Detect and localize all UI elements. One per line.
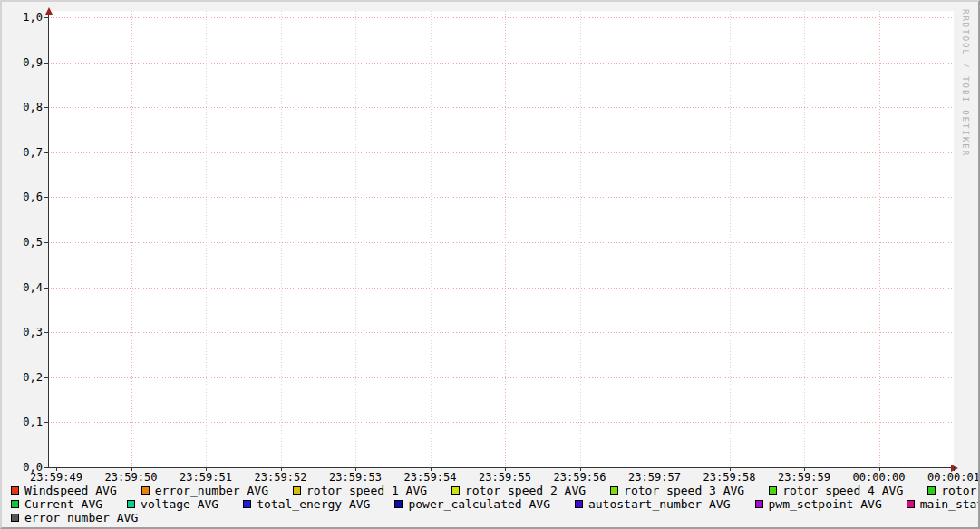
h-gridline [48,197,954,198]
v-gridline-minor [355,11,356,467]
legend-label: total_energy AVG [257,498,370,511]
legend-item: rotor speed 5 AVG [927,485,980,497]
legend-label: error_number AVG [24,512,138,524]
y-tick-label: 0,1 [2,416,43,427]
y-tick-label: 0,7 [2,147,43,158]
x-axis [44,467,952,468]
h-gridline [48,107,954,108]
legend-swatch-icon [127,500,135,508]
legend-swatch-icon [11,500,19,508]
x-tick-label: 23:59:50 [95,472,168,483]
legend-swatch-icon [755,500,763,508]
legend-item: rotor speed 2 AVG [451,485,586,497]
y-tick-label: 0,5 [2,237,43,248]
legend-item: autostart_number AVG [575,498,731,511]
x-tick-label: 23:59:49 [20,472,92,483]
y-tick [44,422,48,423]
y-tick [44,242,48,243]
h-gridline [48,152,954,153]
h-gridline [48,63,954,64]
h-gridline [48,377,954,378]
x-tick-label: 00:00:00 [843,472,916,483]
y-tick [44,17,48,18]
x-tick-label: 23:59:51 [170,472,242,483]
x-tick-label: 23:59:58 [694,472,766,483]
legend-label: rotor speed 1 AVG [306,485,427,497]
v-gridline-minor [730,11,731,467]
legend-label: error_number AVG [155,485,268,497]
legend-swatch-icon [907,500,915,508]
y-tick-label: 0,4 [2,282,43,293]
legend-row: Windspeed AVGerror_number AVGrotor speed… [11,484,975,497]
legend-swatch-icon [243,500,251,508]
y-tick-label: 1,0 [2,12,43,23]
y-tick [44,152,48,153]
y-tick [44,197,48,198]
y-tick-label: 0,2 [2,372,43,383]
legend-swatch-icon [575,500,583,508]
x-tick-label: 23:59:54 [394,472,467,483]
legend-item: rotor speed 1 AVG [293,485,427,497]
v-gridline-major [505,11,506,467]
legend-label: voltage AVG [141,498,218,511]
legend: Windspeed AVGerror_number AVGrotor speed… [11,484,975,524]
h-gridline [48,422,954,423]
legend-label: rotor speed 5 AVG [941,485,980,497]
legend-item: error_number AVG [141,485,268,497]
v-gridline-minor [655,11,655,467]
y-axis [48,15,49,467]
h-gridline [48,332,954,333]
legend-label: autostart_number AVG [588,498,731,511]
y-tick-label: 0,9 [2,57,43,68]
legend-label: pwm_setpoint AVG [769,498,882,511]
legend-item: Current AVG [11,498,102,511]
y-tick [44,288,48,289]
y-tick [44,107,48,108]
legend-swatch-icon [293,486,301,495]
v-gridline-minor [804,11,805,467]
x-tick-label: 23:59:55 [469,472,541,483]
legend-swatch-icon [11,514,19,522]
legend-swatch-icon [11,486,19,495]
x-tick-label: 23:59:56 [544,472,616,483]
legend-row: Current AVGvoltage AVGtotal_energy AVGpo… [11,497,975,511]
legend-label: rotor speed 2 AVG [465,485,586,497]
y-axis-arrow-icon [45,7,53,15]
v-gridline-minor [206,11,207,467]
v-gridline-minor [281,11,282,467]
legend-label: rotor speed 4 AVG [782,485,903,497]
legend-swatch-icon [141,486,150,495]
legend-item: Windspeed AVG [11,485,117,497]
watermark: RRDTOOL / TOBI OETIKER [961,9,970,157]
legend-item: main_state_number AVG [907,498,980,511]
legend-swatch-icon [394,500,403,508]
legend-label: Windspeed AVG [24,485,117,497]
v-gridline-minor [580,11,581,467]
y-tick [44,332,48,333]
legend-item: power_calculated AVG [394,498,550,511]
x-tick-label: 23:59:57 [618,472,691,483]
legend-item: total_energy AVG [243,498,370,511]
legend-swatch-icon [451,486,460,495]
legend-label: rotor speed 3 AVG [624,485,744,497]
legend-label: Current AVG [24,498,102,511]
x-tick-label: 23:59:53 [319,472,392,483]
legend-row: error_number AVG [11,511,975,524]
y-tick-label: 0,3 [2,327,43,338]
legend-item: rotor speed 4 AVG [769,485,903,497]
h-gridline [48,242,954,243]
legend-swatch-icon [927,486,936,495]
h-gridline [48,17,954,18]
x-tick-label: 00:00:01 [917,472,980,483]
legend-item: voltage AVG [127,498,218,511]
y-tick [44,467,48,468]
h-gridline [48,288,954,289]
legend-item: pwm_setpoint AVG [755,498,882,511]
x-tick-label: 23:59:59 [768,472,840,483]
v-gridline-minor [431,11,432,467]
x-tick-label: 23:59:52 [245,472,317,483]
v-gridline-major [879,11,880,467]
y-tick [44,377,48,378]
legend-item: error_number AVG [11,512,138,524]
y-tick-label: 0,6 [2,191,43,202]
